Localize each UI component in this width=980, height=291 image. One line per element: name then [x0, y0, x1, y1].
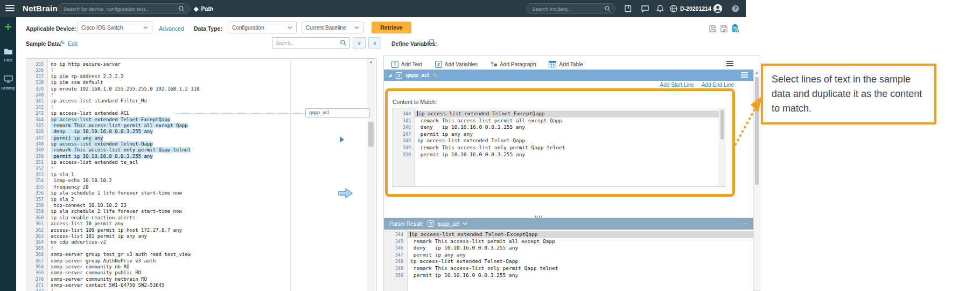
code-line-350[interactable]: 350 permit ip 10.10.16.0 0.0.3.255 any: [384, 272, 753, 279]
code-line-353[interactable]: 353ip sla 1: [26, 172, 376, 178]
code-line-347[interactable]: 347 permit ip any any: [393, 131, 725, 138]
code-line-340[interactable]: 340!: [26, 92, 376, 98]
global-search-input[interactable]: [62, 5, 176, 12]
incident-search[interactable]: [526, 3, 615, 14]
code-line-359[interactable]: 359ip sla schedule 2 life forever start-…: [26, 209, 376, 214]
find-next-button[interactable]: ∨: [353, 37, 366, 48]
resize-grip[interactable]: [535, 216, 542, 218]
menu-icon[interactable]: [5, 5, 15, 12]
runbook-icon[interactable]: [624, 4, 632, 13]
code-line-341[interactable]: 341ip access-list standard Filter_Mu: [26, 98, 376, 104]
collapse-icon[interactable]: ◢: [388, 73, 391, 78]
code-line-351[interactable]: 351ip access-list extended te_acl: [26, 160, 376, 165]
code-line-349[interactable]: 349 remark This access-list only permit …: [26, 147, 376, 153]
code-line-365[interactable]: 365!: [26, 246, 376, 252]
code-line-369[interactable]: 369snmp-server community public RO: [26, 270, 376, 276]
variable-dropdown-icon[interactable]: [463, 222, 467, 225]
add-to-library-icon[interactable]: [731, 24, 739, 33]
save-as-icon[interactable]: [720, 25, 728, 33]
hint-lightbulb-icon[interactable]: [428, 38, 435, 46]
scrollbar-thumb[interactable]: [368, 122, 374, 147]
add-table-button[interactable]: Add Table: [549, 61, 583, 67]
add-new-button[interactable]: +: [0, 20, 16, 33]
global-search[interactable]: [58, 3, 190, 14]
code-line-357[interactable]: 357ip sla 2: [26, 197, 376, 203]
code-line-345[interactable]: 345 remark This access-list permit all e…: [393, 117, 725, 124]
sample-search-input[interactable]: [275, 40, 340, 46]
sample-config-text[interactable]: 335no ip http secure-server336!337ip pim…: [26, 59, 376, 291]
code-line-371[interactable]: 371snmp-server contact SW1-64756 SW2-536…: [26, 282, 376, 288]
code-line-354[interactable]: 354 icmp-echo 10.10.10.2: [26, 178, 376, 184]
sidebar-item-desktop[interactable]: Desktop: [0, 75, 16, 90]
notifications-bell-icon[interactable]: [656, 4, 664, 13]
scroll-up-icon[interactable]: ▲: [754, 70, 760, 76]
parser-result-text[interactable]: 344ip access-list extended Telnet-Except…: [384, 230, 753, 291]
advanced-link[interactable]: Advanced: [159, 25, 184, 32]
code-line-360[interactable]: 360ip sla enable reaction-alerts: [26, 215, 376, 221]
section-menu-icon[interactable]: [741, 72, 748, 78]
edit-sample-link[interactable]: Edit: [68, 40, 78, 47]
code-line-348[interactable]: 348ip access-list extended Telnet-Qapp: [26, 141, 376, 147]
globe-icon[interactable]: [669, 4, 678, 13]
code-line-363[interactable]: 363access-list 101 permit ip any any: [26, 233, 376, 239]
code-line-336[interactable]: 336!: [26, 67, 376, 73]
code-line-362[interactable]: 362access-list 100 permit ip host 172.27…: [26, 227, 376, 233]
save-icon[interactable]: [709, 25, 717, 33]
code-line-361[interactable]: 361access-list 10 permit any: [26, 221, 376, 227]
rename-pencil-icon[interactable]: ✎: [433, 72, 437, 78]
data-type-select[interactable]: Configuration: [228, 22, 297, 33]
code-line-358[interactable]: 358 tcp-connect 10.10.10.2 23: [26, 203, 376, 209]
incident-search-input[interactable]: [531, 5, 604, 12]
match-scrollbar[interactable]: [719, 108, 725, 186]
code-line-346[interactable]: 346 deny ip 10.10.16.0 0.0.3.255 any: [393, 124, 725, 131]
retrieve-button[interactable]: Retrieve: [372, 22, 411, 33]
code-line-348[interactable]: 348ip access-list extended Telnet-Qapp: [393, 137, 725, 144]
path-button[interactable]: ◆ Path: [194, 3, 213, 14]
add-start-line-link[interactable]: Add Start Line: [660, 82, 694, 88]
code-line-364[interactable]: 364no cdp advertise-v2: [26, 239, 376, 245]
baseline-select[interactable]: Current Baseline: [302, 22, 363, 33]
code-line-335[interactable]: 335no ip http secure-server: [26, 61, 376, 67]
code-line-355[interactable]: 355 frequency 20: [26, 184, 376, 190]
code-line-352[interactable]: 352!: [26, 166, 376, 172]
chat-icon[interactable]: [641, 4, 649, 13]
add-text-button[interactable]: T Add Text: [391, 61, 422, 68]
code-line-346[interactable]: 346 deny ip 10.10.16.0 0.0.3.255 any: [26, 129, 376, 135]
sample-scrollbar[interactable]: ▲: [367, 59, 375, 291]
scrollbar-thumb[interactable]: [720, 110, 724, 140]
code-line-344[interactable]: 344ip access-list extended Telnet-Except…: [26, 117, 376, 123]
minimize-icon[interactable]: –: [743, 220, 747, 227]
code-line-338[interactable]: 338ip pim ssm default: [26, 80, 376, 86]
code-line-346[interactable]: 346 deny ip 10.10.16.0 0.0.3.255 any: [384, 245, 753, 252]
code-line-348[interactable]: 348ip access-list extended Telnet-Qapp: [384, 258, 753, 265]
scroll-up-icon[interactable]: ▲: [367, 59, 375, 65]
add-variables-button[interactable]: x Add Variables: [435, 61, 478, 68]
sample-search[interactable]: [272, 37, 350, 48]
code-line-347[interactable]: 347 permit ip any any: [384, 252, 753, 259]
code-line-368[interactable]: 368snmp-server community nb RO: [26, 264, 376, 270]
find-previous-button[interactable]: ∧: [368, 37, 381, 48]
code-line-344[interactable]: 344ip access-list extended Telnet-Except…: [384, 231, 753, 238]
user-avatar-icon[interactable]: [713, 4, 723, 13]
content-to-match-text[interactable]: 344ip access-list extended Telnet-Except…: [393, 108, 725, 186]
add-paragraph-button[interactable]: ¶ Add Paragraph: [491, 61, 536, 67]
code-line-349[interactable]: 349 remark This access-list only permit …: [393, 144, 725, 151]
help-icon[interactable]: ?: [731, 4, 740, 13]
code-line-345[interactable]: 345 remark This access-list permit all e…: [26, 123, 376, 129]
code-line-350[interactable]: 350 permit ip 10.10.16.0 0.0.3.255 any: [26, 154, 376, 160]
code-line-366[interactable]: 366snmp-server group test_gr v3 auth rea…: [26, 252, 376, 258]
code-line-349[interactable]: 349 remark This access-list only permit …: [384, 265, 753, 272]
code-line-372[interactable]: 372!: [26, 288, 376, 291]
variable-name-tag[interactable]: qapp_acl: [305, 108, 370, 117]
code-line-337[interactable]: 337ip pim rp-address 2.2.2.2: [26, 74, 376, 80]
code-line-367[interactable]: 367snmp-server group AuthNoPriv v3 auth: [26, 258, 376, 264]
code-line-356[interactable]: 356ip sla schedule 1 life forever start-…: [26, 190, 376, 196]
sidebar-item-files[interactable]: Files: [0, 47, 16, 62]
panel-menu-icon[interactable]: [726, 61, 733, 67]
code-line-347[interactable]: 347 permit ip any any: [26, 135, 376, 141]
code-line-350[interactable]: 350 permit ip 10.10.16.0 0.0.3.255 any: [393, 151, 725, 158]
code-line-339[interactable]: 339ip mroute 192.168.1.0 255.255.255.0 1…: [26, 86, 376, 92]
code-line-344[interactable]: 344ip access-list extended Telnet-Except…: [393, 110, 725, 117]
code-line-370[interactable]: 370snmp-server community netbrain RO: [26, 276, 376, 282]
device-select[interactable]: Cisco IOS Switch: [77, 22, 152, 33]
